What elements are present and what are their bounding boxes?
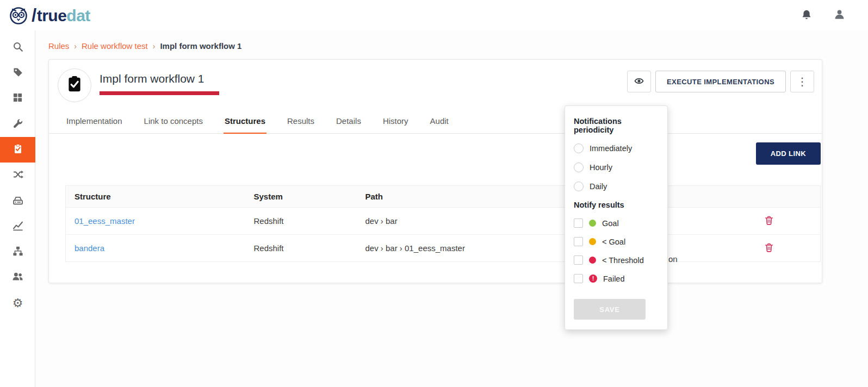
tab-audit[interactable]: Audit (429, 111, 450, 133)
sidebar-item-dashboard[interactable] (0, 86, 35, 111)
body-row: ⚙ Rules › Rule workflow test › Impl form… (0, 30, 868, 387)
sidebar-item-tags[interactable] (0, 60, 35, 86)
option-label: Hourly (590, 163, 612, 172)
sidebar-item-taxonomy[interactable] (0, 239, 35, 265)
radio-icon[interactable] (574, 182, 584, 191)
quality-checklist-icon (13, 143, 23, 157)
delete-link-button[interactable] (764, 215, 774, 227)
tab-details[interactable]: Details (335, 111, 362, 133)
page: /truedat (0, 0, 868, 387)
sidebar-item-quality-rules[interactable] (0, 137, 35, 163)
logo-true: true (37, 7, 67, 25)
column-header-path: Path (357, 186, 566, 208)
option-label: Failed (603, 274, 625, 283)
add-link-row: ADD LINK (65, 142, 821, 165)
tab-structures[interactable]: Structures (224, 111, 266, 134)
radio-icon[interactable] (574, 143, 584, 153)
sidebar-item-groups[interactable] (0, 265, 35, 290)
sidebar-item-admin[interactable] (0, 111, 35, 137)
radio-option-hourly[interactable]: Hourly (574, 163, 659, 172)
radio-option-immediately[interactable]: Immediately (574, 143, 659, 153)
trash-icon (764, 219, 774, 227)
checkbox-icon[interactable] (574, 274, 583, 283)
notify-results-title: Notify results (574, 201, 659, 209)
radio-option-daily[interactable]: Daily (574, 182, 659, 191)
periodicity-title: Notifications periodicity (574, 117, 659, 134)
quality-progress-bar (100, 91, 219, 95)
users-icon (12, 271, 23, 284)
user-menu-button[interactable] (834, 9, 845, 22)
card-actions: EXECUTE IMPLEMENTATIONS ⋮ (627, 68, 814, 92)
chevron-right-icon: › (153, 42, 156, 51)
breadcrumb-rules[interactable]: Rules (48, 41, 69, 51)
column-header-system: System (245, 186, 357, 208)
clipboard-check-icon (65, 75, 84, 96)
checkbox-option-failed[interactable]: ! Failed (574, 274, 659, 283)
goal-green-dot-icon (589, 220, 596, 227)
system-cell: Redshift (245, 208, 357, 235)
sidebar-item-charts[interactable] (0, 214, 35, 239)
table-header-row: Structure System Path (66, 186, 821, 208)
user-icon (834, 9, 845, 22)
sidebar: ⚙ (0, 30, 35, 387)
search-icon (13, 41, 23, 54)
eye-icon (633, 76, 645, 88)
tab-history[interactable]: History (382, 111, 410, 133)
checkbox-icon[interactable] (574, 219, 583, 228)
kebab-menu-icon: ⋮ (797, 76, 808, 87)
page-title: Impl form workflow 1 (100, 72, 219, 85)
structures-table-wrap: Structure System Path 01_eess_master (65, 185, 821, 262)
option-label: < Goal (602, 238, 625, 246)
delete-link-button[interactable] (764, 242, 774, 254)
structure-link[interactable]: 01_eess_master (75, 216, 135, 226)
table-row: bandera Redshift dev › bar › 01_eess_mas… (66, 235, 821, 262)
sidebar-item-search[interactable] (0, 35, 35, 60)
logo-text: /truedat (32, 5, 90, 26)
trash-icon (764, 246, 774, 254)
notifications-button[interactable] (801, 9, 812, 22)
sidebar-item-settings[interactable]: ⚙ (0, 290, 35, 316)
sidebar-item-structures[interactable] (0, 188, 35, 214)
checkbox-icon[interactable] (574, 237, 583, 246)
column-header-structure: Structure (66, 186, 245, 208)
system-cell: Redshift (245, 235, 357, 262)
implementation-card: Impl form workflow 1 EXEC (48, 59, 822, 283)
preview-button[interactable] (627, 71, 651, 92)
top-header: /truedat (0, 0, 868, 30)
checkbox-option-lt-goal[interactable]: < Goal (574, 237, 659, 246)
checkbox-icon[interactable] (574, 255, 583, 265)
option-label: Daily (590, 182, 607, 191)
title-block: Impl form workflow 1 (100, 68, 219, 95)
tab-results[interactable]: Results (286, 111, 315, 133)
checkbox-option-goal[interactable]: Goal (574, 219, 659, 228)
breadcrumb: Rules › Rule workflow test › Impl form w… (48, 41, 822, 51)
breadcrumb-rule-workflow-test[interactable]: Rule workflow test (82, 41, 148, 51)
sidebar-item-lineage[interactable] (0, 163, 35, 188)
option-label: < Threshold (602, 256, 644, 265)
logo-slash: / (32, 5, 36, 26)
structures-panel: ADD LINK Structure System Path (49, 134, 822, 283)
radio-icon[interactable] (574, 163, 584, 172)
header-actions (801, 9, 845, 22)
main-content: Rules › Rule workflow test › Impl form w… (35, 30, 868, 387)
tab-implementation[interactable]: Implementation (65, 111, 123, 133)
breadcrumb-current: Impl form workflow 1 (160, 41, 241, 51)
column-header-actions (718, 186, 821, 208)
table-row: 01_eess_master Redshift dev › bar (66, 208, 821, 235)
tab-bar: Implementation Link to concepts Structur… (49, 102, 822, 134)
save-button[interactable]: SAVE (574, 299, 646, 320)
structure-link[interactable]: bandera (75, 244, 104, 253)
path-cell: dev › bar (357, 208, 566, 235)
failed-exclamation-icon: ! (589, 274, 597, 283)
option-label: Immediately (590, 144, 632, 153)
tab-link-to-concepts[interactable]: Link to concepts (143, 111, 204, 133)
execute-implementations-button[interactable]: EXECUTE IMPLEMENTATIONS (655, 71, 786, 92)
truedat-logo[interactable]: /truedat (8, 4, 90, 26)
gear-icon: ⚙ (13, 297, 23, 309)
shuffle-icon (13, 169, 23, 182)
more-options-button[interactable]: ⋮ (790, 71, 814, 92)
checkbox-option-lt-threshold[interactable]: < Threshold (574, 255, 659, 265)
tag-icon (13, 67, 23, 80)
add-link-button[interactable]: ADD LINK (756, 142, 821, 165)
wrench-icon (13, 118, 23, 131)
